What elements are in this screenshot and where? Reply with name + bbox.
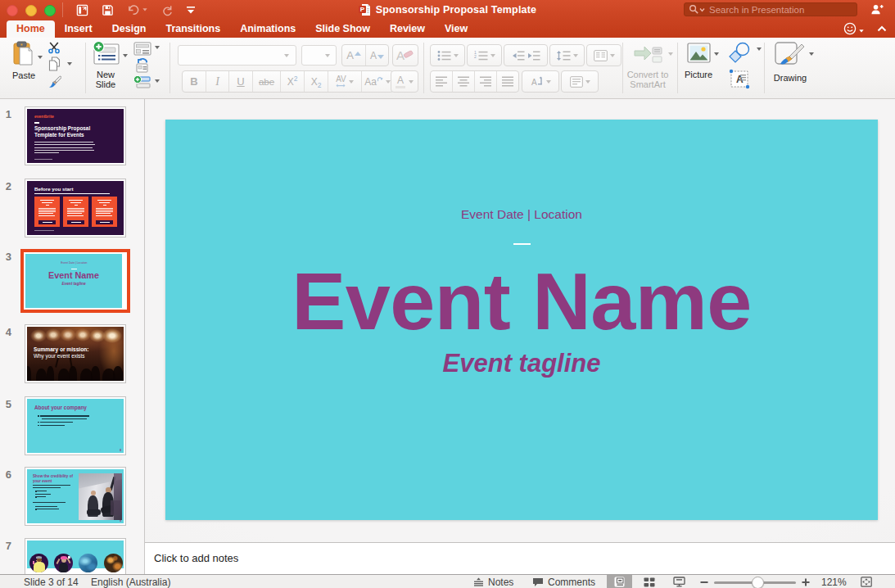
layout-button[interactable] xyxy=(133,42,153,57)
paste-button[interactable]: Paste xyxy=(7,41,41,87)
align-center-button[interactable] xyxy=(453,71,475,92)
text-line-placeholder xyxy=(70,202,81,203)
slide-canvas[interactable]: Event Date | LocationEvent NameEvent tag… xyxy=(165,120,878,520)
collapse-ribbon-button[interactable] xyxy=(877,25,887,32)
picture-button[interactable]: Picture xyxy=(686,42,711,89)
text-line-placeholder xyxy=(38,208,56,209)
font-size-dropdown-arrow[interactable] xyxy=(325,54,330,57)
picture-dropdown-arrow[interactable] xyxy=(714,52,721,59)
slide-thumbnail-2[interactable]: Before you start xyxy=(25,179,126,237)
italic-button[interactable]: I xyxy=(206,71,229,92)
font-size-combo[interactable] xyxy=(301,45,337,66)
align-right-button[interactable] xyxy=(475,71,497,92)
line-spacing-button-dropdown-arrow[interactable] xyxy=(573,54,578,57)
slide-tagline[interactable]: Event tagline xyxy=(165,349,878,378)
slideshow-view-button[interactable] xyxy=(673,575,685,588)
add-section-button[interactable] xyxy=(133,75,153,90)
tab-home[interactable]: Home xyxy=(7,20,55,38)
section-dropdown-arrow[interactable] xyxy=(155,79,161,86)
tab-design[interactable]: Design xyxy=(102,20,156,38)
decrease-font-size-button[interactable]: A xyxy=(366,45,388,66)
reset-slide-button[interactable] xyxy=(134,57,152,74)
smartart-dropdown-arrow[interactable] xyxy=(668,52,675,59)
numbering-button[interactable]: 12 xyxy=(467,44,502,66)
indent-group[interactable] xyxy=(504,44,548,66)
slide-thumbnail-5[interactable]: About your company xyxy=(25,396,126,455)
slide-title[interactable]: Event Name xyxy=(165,259,878,344)
change-case-button[interactable]: Aa xyxy=(362,71,393,92)
notes-pane[interactable]: Click to add notes xyxy=(145,542,895,575)
zoom-slider-knob[interactable] xyxy=(752,577,764,588)
slide-thumbnail-6[interactable]: Show the credibility of your event xyxy=(25,467,126,526)
slide-thumbnail-3[interactable]: Event Date | LocationEvent NameEvent tag… xyxy=(20,249,130,313)
new-slide-dropdown-arrow[interactable] xyxy=(123,54,129,61)
layout-dropdown-arrow[interactable] xyxy=(155,46,161,52)
slide-sorter-view-button[interactable] xyxy=(644,575,655,588)
tab-insert[interactable]: Insert xyxy=(55,20,102,38)
tab-transitions[interactable]: Transitions xyxy=(156,20,230,38)
share-button[interactable] xyxy=(870,3,884,19)
zoom-out-button[interactable] xyxy=(700,575,708,588)
new-slide-button[interactable]: New Slide xyxy=(90,41,121,92)
tab-animations[interactable]: Animations xyxy=(230,20,305,38)
search-input[interactable]: Search in Presentation xyxy=(709,5,804,15)
drawing-dropdown-arrow[interactable] xyxy=(809,52,816,59)
tab-view[interactable]: View xyxy=(435,20,477,38)
increase-font-size-button[interactable]: A xyxy=(342,45,366,66)
slide-thumbnail-7[interactable] xyxy=(25,538,126,574)
text-direction-button[interactable]: A xyxy=(522,70,559,93)
font-name-dropdown-arrow[interactable] xyxy=(284,54,289,57)
align-left-button[interactable] xyxy=(431,71,453,92)
tab-slide-show[interactable]: Slide Show xyxy=(305,20,380,38)
text-direction-button-dropdown-arrow[interactable] xyxy=(546,80,551,84)
notes-toggle-button[interactable]: Notes xyxy=(473,575,513,588)
clear-formatting-button[interactable]: A xyxy=(392,44,418,66)
shapes-dropdown-arrow[interactable] xyxy=(757,47,763,54)
subscript-button[interactable]: X2 xyxy=(305,71,328,92)
zoom-in-button[interactable] xyxy=(802,575,810,588)
columns-button[interactable] xyxy=(586,44,622,66)
align-text-button-dropdown-arrow[interactable] xyxy=(585,80,590,84)
fit-slide-to-window-button[interactable] xyxy=(861,575,872,588)
text-box-button[interactable]: A xyxy=(729,69,753,90)
justify-button[interactable] xyxy=(497,71,518,92)
character-spacing-button-dropdown-arrow[interactable] xyxy=(349,80,354,84)
font-color-dropdown-arrow[interactable] xyxy=(409,80,414,84)
normal-view-button[interactable] xyxy=(607,575,632,588)
tab-review[interactable]: Review xyxy=(380,20,435,38)
comments-button[interactable]: Comments xyxy=(532,575,595,588)
cut-button[interactable] xyxy=(47,42,62,54)
search-box[interactable]: Search in Presentation xyxy=(684,2,857,16)
zoom-value[interactable]: 121% xyxy=(821,575,847,588)
change-case-button-dropdown-arrow[interactable] xyxy=(386,80,391,84)
feedback-dropdown-arrow[interactable] xyxy=(859,21,864,36)
feedback-button[interactable] xyxy=(843,21,864,36)
bullets-button[interactable] xyxy=(430,44,465,66)
status-language[interactable]: English (Australia) xyxy=(91,575,170,588)
drawing-button[interactable]: Drawing xyxy=(773,39,807,90)
copy-dropdown-arrow[interactable] xyxy=(67,62,74,69)
strikethrough-button[interactable]: abe xyxy=(253,71,281,92)
copy-button[interactable] xyxy=(47,57,62,72)
paste-dropdown-arrow[interactable] xyxy=(38,56,44,62)
character-spacing-button[interactable]: AV xyxy=(328,71,362,92)
numbering-button-dropdown-arrow[interactable] xyxy=(490,54,495,57)
columns-button-dropdown-arrow[interactable] xyxy=(610,54,615,57)
zoom-slider[interactable] xyxy=(714,581,796,584)
notes-placeholder: Click to add notes xyxy=(154,552,238,564)
align-text-button[interactable] xyxy=(561,70,599,93)
superscript-button[interactable]: X2 xyxy=(281,71,305,92)
shapes-button[interactable] xyxy=(729,42,753,63)
bullets-button-dropdown-arrow[interactable] xyxy=(454,54,459,57)
slide-thumbnail-1[interactable]: eventbriteSponsorship Proposal Template … xyxy=(25,106,126,165)
slide-thumbnail-4[interactable]: Summary or mission:Why your event exists xyxy=(25,324,126,383)
bold-button[interactable]: B xyxy=(183,71,206,92)
font-color-button[interactable]: A xyxy=(391,70,418,93)
search-chevron-icon[interactable] xyxy=(699,7,705,12)
font-name-combo[interactable] xyxy=(178,45,296,66)
underline-button[interactable]: U xyxy=(229,71,253,92)
line-spacing-button[interactable] xyxy=(549,44,585,66)
slide-date-location[interactable]: Event Date | Location xyxy=(165,207,878,222)
format-painter-button[interactable] xyxy=(47,75,62,89)
convert-to-smartart-button[interactable]: Convert toSmartArt xyxy=(629,43,667,90)
